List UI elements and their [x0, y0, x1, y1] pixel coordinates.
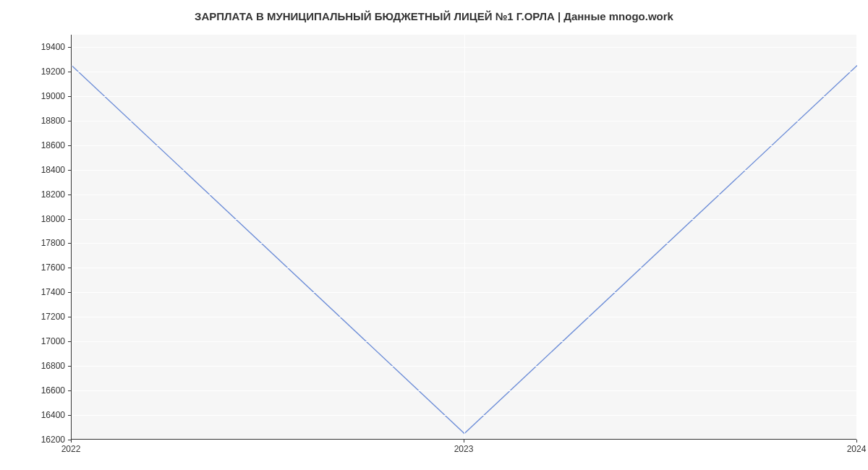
- y-tick-mark: [68, 243, 71, 244]
- y-tick-label: 18600: [7, 140, 65, 150]
- x-gridline: [72, 35, 72, 439]
- chart-title: ЗАРПЛАТА В МУНИЦИПАЛЬНЫЙ БЮДЖЕТНЫЙ ЛИЦЕЙ…: [0, 10, 868, 22]
- x-tick-label: 2024: [847, 444, 867, 454]
- y-tick-mark: [68, 121, 71, 121]
- x-gridline: [857, 35, 858, 439]
- y-tick-mark: [68, 195, 71, 195]
- y-tick-mark: [68, 219, 71, 220]
- y-tick-label: 17600: [7, 262, 65, 273]
- y-tick-label: 18800: [7, 116, 65, 126]
- y-tick-mark: [68, 415, 71, 416]
- salary-line-chart: ЗАРПЛАТА В МУНИЦИПАЛЬНЫЙ БЮДЖЕТНЫЙ ЛИЦЕЙ…: [0, 0, 868, 470]
- y-tick-label: 16800: [7, 361, 65, 371]
- y-tick-label: 16400: [7, 410, 65, 420]
- y-tick-label: 19000: [7, 91, 65, 101]
- x-tick-label: 2022: [61, 444, 81, 454]
- y-tick-label: 16600: [7, 385, 65, 396]
- y-tick-label: 18200: [7, 189, 65, 200]
- y-tick-label: 17200: [7, 312, 65, 322]
- y-tick-label: 16200: [7, 435, 65, 445]
- y-tick-mark: [68, 292, 71, 293]
- y-tick-mark: [68, 145, 71, 146]
- y-tick-label: 18400: [7, 165, 65, 175]
- x-tick-mark: [464, 440, 464, 443]
- y-tick-mark: [68, 72, 71, 72]
- y-tick-mark: [68, 170, 71, 171]
- x-tick-mark: [856, 440, 857, 443]
- y-tick-mark: [68, 96, 71, 97]
- y-tick-label: 17000: [7, 336, 65, 346]
- x-tick-mark: [71, 440, 72, 443]
- y-tick-mark: [68, 47, 71, 48]
- plot-area: [71, 35, 856, 440]
- x-tick-label: 2023: [454, 444, 474, 454]
- y-tick-label: 17800: [7, 238, 65, 248]
- y-tick-mark: [68, 366, 71, 367]
- y-tick-mark: [68, 390, 71, 391]
- y-tick-mark: [68, 341, 71, 342]
- y-tick-label: 19400: [7, 42, 65, 52]
- y-tick-mark: [68, 317, 71, 317]
- y-tick-label: 17400: [7, 287, 65, 297]
- y-tick-label: 18000: [7, 214, 65, 224]
- x-gridline: [464, 35, 465, 439]
- y-tick-mark: [68, 268, 71, 268]
- y-tick-label: 19200: [7, 67, 65, 77]
